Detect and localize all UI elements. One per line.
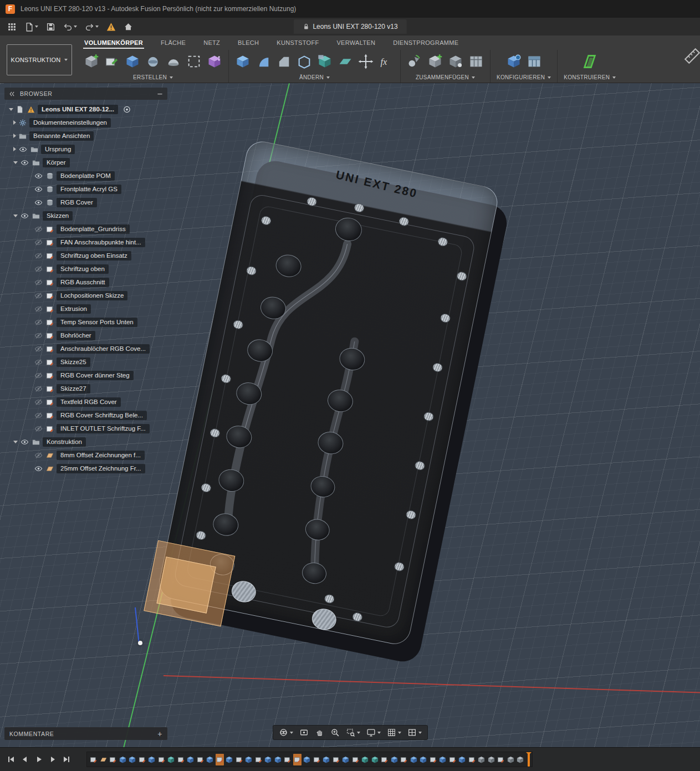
timeline-feature-sketch[interactable] [109,754,117,765]
tree-item-anschraublöcher-rgb-cove[interactable]: Anschraublöcher RGB Cove... [4,342,167,355]
timeline-feature-sketch[interactable] [177,754,185,765]
visibility-eye-icon[interactable] [34,464,43,473]
tree-item-bodenplatte-grundriss[interactable]: Bodenplatte_Grundriss [4,222,167,236]
visibility-eye-icon[interactable] [20,159,29,167]
timeline-feature-sketch[interactable] [254,754,263,765]
tree-item-textfeld-rgb-cover[interactable]: Textfeld RGB Cover [4,395,167,409]
fillet-icon[interactable] [256,54,271,69]
tree-root-label[interactable]: Leons UNI EXT 280-12... [38,105,118,114]
tree-item-körper[interactable]: Körper [4,156,167,169]
tab-kunststoff[interactable]: KUNSTSTOFF [275,37,320,48]
tree-item-label[interactable]: Skizzen [43,211,73,221]
tree-item-label[interactable]: Frontplatte Acryl GS [57,185,121,194]
chevron-collapsed-icon[interactable] [13,147,16,151]
sweep-icon[interactable] [166,54,181,69]
tab-fläche[interactable]: FLÄCHE [160,37,187,48]
tab-blech[interactable]: BLECH [237,37,260,48]
pattern-icon[interactable] [207,54,222,69]
timeline-strip[interactable] [86,752,533,767]
configuration-table-icon[interactable] [527,54,542,69]
chevron-expanded-icon[interactable] [13,441,18,443]
tree-item-label[interactable]: Konstruktion [43,437,86,447]
tree-item-label[interactable]: FAN Anschraubpunkte hint... [57,238,145,247]
timeline-feature-sketch[interactable] [235,754,243,765]
look-at-button[interactable] [299,728,309,737]
tree-item-rgb-cover[interactable]: RGB Cover [4,196,167,209]
orbit-button[interactable] [279,728,293,737]
visibility-eye-icon[interactable] [34,331,43,340]
tree-item-schriftzug-oben[interactable]: Schriftzug oben [4,262,167,275]
timeline-feature-extrude-blue[interactable] [147,754,156,765]
tree-item-label[interactable]: Schriftzug oben [57,264,109,274]
timeline-feature-sketch[interactable] [196,754,205,765]
timeline-feature-extrude-blue[interactable] [225,754,233,765]
visibility-eye-icon[interactable] [34,411,43,420]
tree-item-label[interactable]: Lochpositionen Skizze [57,291,127,300]
timeline-feature-extrude-teal[interactable] [361,754,369,765]
go-to-start-button[interactable] [7,755,16,764]
tree-item-fan-anschraubpunkte-hint[interactable]: FAN Anschraubpunkte hint... [4,236,167,249]
timeline-feature-sketch[interactable] [351,754,360,765]
tab-dienstprogramme[interactable]: DIENSTPROGRAMME [392,37,459,48]
tree-item-benannte-ansichten[interactable]: Benannte Ansichten [4,129,167,142]
timeline-feature-extrude-blue[interactable] [264,754,272,765]
redo-button[interactable] [82,21,101,33]
joint-icon[interactable] [407,54,422,69]
zoom-button[interactable] [330,728,340,737]
timeline-feature-extrude-blue[interactable] [119,754,127,765]
tree-item-label[interactable]: Skizze27 [57,384,90,394]
visibility-eye-icon[interactable] [34,371,43,380]
tree-item-label[interactable]: INLET OUTLET Schriftzug F... [57,424,150,433]
timeline-feature-sketch[interactable] [313,754,321,765]
tree-item-8mm-offset-zeichnungen-f[interactable]: 8mm Offset Zeichnungen f... [4,448,167,462]
tree-item-rgb-cover-dünner-steg[interactable]: RGB Cover dünner Steg [4,369,167,382]
design-mode-button[interactable]: KONSTRUKTION [7,44,72,75]
visibility-eye-icon[interactable] [34,345,43,353]
tree-root-row[interactable]: Leons UNI EXT 280-12... [4,103,167,116]
visibility-eye-icon[interactable] [34,238,43,247]
group-label-ändern[interactable]: ÄNDERN [299,73,330,83]
timeline-feature-sketch[interactable] [497,754,505,765]
visibility-eye-icon[interactable] [20,212,29,220]
tab-netz[interactable]: NETZ [202,37,221,48]
tree-item-skizze27[interactable]: Skizze27 [4,382,167,395]
timeline-feature-extrude-gray[interactable] [487,754,495,765]
timeline-feature-extrude-gray[interactable] [477,754,486,765]
tree-item-label[interactable]: Anschraublöcher RGB Cove... [57,344,150,354]
timeline-feature-extrude-teal[interactable] [167,754,175,765]
timeline-feature-sketch[interactable] [332,754,340,765]
timeline-feature-extrude-blue[interactable] [128,754,136,765]
chevron-expanded-icon[interactable] [9,108,13,111]
group-label-erstellen[interactable]: ERSTELLEN [133,73,173,83]
visibility-eye-icon[interactable] [34,305,43,313]
tree-item-extrusion[interactable]: Extrusion [4,302,167,315]
timeline-feature-extrude-blue[interactable] [244,754,253,765]
timeline-feature-extrude-blue[interactable] [390,754,398,765]
shell-icon[interactable] [297,54,312,69]
visibility-eye-icon[interactable] [34,278,43,287]
viewports-button[interactable] [407,728,422,737]
group-label-zusammenfügen[interactable]: ZUSAMMENFÜGEN [416,73,475,83]
revolve-icon[interactable] [145,54,161,69]
tree-item-label[interactable]: RGB Cover [57,198,97,207]
timeline-feature-sketch[interactable] [283,754,292,765]
new-solid-icon[interactable] [84,54,99,69]
extrude-icon[interactable] [125,54,140,69]
tree-item-label[interactable]: 8mm Offset Zeichnungen f... [57,451,145,460]
tree-item-dokumenteneinstellungen[interactable]: Dokumenteneinstellungen [4,116,167,129]
timeline-feature-extrude-blue[interactable] [322,754,330,765]
timeline-feature-extrude-blue[interactable] [341,754,350,765]
timeline-feature-sketch[interactable] [429,754,437,765]
add-comment-button[interactable]: + [157,730,162,738]
activate-component-icon[interactable] [122,105,131,114]
timeline-feature-extrude-gray[interactable] [516,754,524,765]
tree-item-label[interactable]: RGB Cover dünner Steg [57,371,134,380]
tree-item-label[interactable]: RGB Cover Schriftzug Bele... [57,411,147,420]
visibility-eye-icon[interactable] [34,425,43,433]
move-copy-icon[interactable] [358,54,374,69]
visibility-eye-icon[interactable] [20,438,29,446]
motion-link-icon[interactable] [468,54,484,69]
display-settings-button[interactable] [366,728,381,737]
timeline-feature-extrude-gray[interactable] [507,754,515,765]
press-pull-icon[interactable] [235,54,251,69]
